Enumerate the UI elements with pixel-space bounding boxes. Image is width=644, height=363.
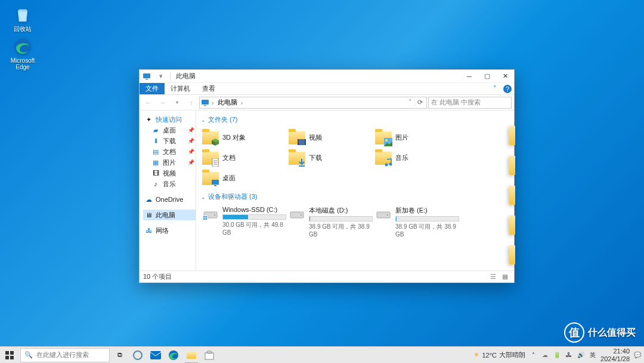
video-icon: 🎞: [151, 169, 160, 177]
maximize-button[interactable]: ▢: [478, 70, 496, 83]
action-center-button[interactable]: 💬: [633, 351, 642, 359]
svg-point-15: [385, 164, 388, 167]
ribbon-tab-file[interactable]: 文件: [140, 83, 165, 94]
this-pc-icon: [201, 99, 209, 107]
battery-icon[interactable]: 🔋: [553, 351, 561, 359]
folder-item[interactable]: 桌面: [201, 168, 287, 187]
clock[interactable]: 21:40 2024/1/28: [600, 347, 630, 362]
nav-documents[interactable]: ▤文档📌: [143, 146, 196, 157]
pin-icon: 📌: [188, 149, 194, 155]
store-app-button[interactable]: [200, 347, 218, 364]
watermark-badge: 值: [564, 322, 584, 343]
nav-desktop[interactable]: ▰桌面📌: [143, 125, 196, 136]
svg-point-29: [387, 214, 388, 216]
chevron-right-icon: ›: [212, 99, 214, 106]
nav-onedrive[interactable]: ☁OneDrive: [143, 194, 196, 205]
file-explorer-app-button[interactable]: [182, 347, 200, 364]
folder-item[interactable]: 3D 对象: [201, 128, 287, 147]
address-bar[interactable]: › 此电脑 › ˅ ⟳: [199, 97, 427, 109]
drive-icon: [289, 206, 305, 223]
drive-item[interactable]: Windows-SSD (C:)30.0 GB 可用，共 49.8 GB: [201, 205, 287, 239]
download-icon: ⬇: [151, 137, 160, 145]
cortana-button[interactable]: [129, 347, 147, 364]
volume-icon[interactable]: 🔊: [577, 351, 585, 359]
ribbon-tab-computer[interactable]: 计算机: [165, 83, 196, 94]
edge-app-button[interactable]: [165, 347, 182, 364]
quick-access-toolbar[interactable]: ▾: [155, 70, 167, 82]
svg-rect-30: [5, 351, 9, 355]
onedrive-tray-icon[interactable]: ☁: [541, 351, 549, 359]
help-button[interactable]: ?: [503, 85, 512, 93]
minimize-button[interactable]: ─: [460, 70, 478, 83]
close-button[interactable]: ✕: [496, 70, 514, 83]
nav-history-button[interactable]: ▾: [171, 96, 184, 109]
group-drives-header[interactable]: ⌄设备和驱动器 (3): [201, 192, 509, 201]
folder-icon: [375, 129, 392, 146]
background-window-peek: [509, 126, 515, 264]
folder-icon: [289, 149, 305, 166]
watermark: 值 什么值得买: [564, 322, 636, 343]
start-button[interactable]: [0, 347, 19, 364]
edge-icon: [13, 37, 32, 56]
folder-label: 图片: [395, 133, 408, 142]
svg-rect-33: [10, 356, 14, 359]
chevron-down-icon[interactable]: ˅: [408, 99, 412, 106]
pin-icon: 📌: [188, 127, 194, 133]
folder-label: 音乐: [395, 153, 408, 162]
nav-up-button[interactable]: ↑: [185, 96, 198, 109]
ribbon-tab-view[interactable]: 查看: [196, 83, 221, 94]
nav-videos[interactable]: 🎞视频: [143, 168, 196, 179]
nav-back-button[interactable]: ←: [142, 96, 155, 109]
svg-rect-18: [214, 185, 216, 186]
svg-rect-31: [10, 351, 14, 355]
desktop-icon-recycle-bin[interactable]: 回收站: [7, 5, 38, 33]
music-icon: ♪: [151, 180, 160, 188]
view-large-icons-button[interactable]: ▦: [500, 272, 510, 282]
task-view-button[interactable]: ⧉: [111, 347, 129, 364]
nav-network[interactable]: 🖧网络: [143, 225, 196, 236]
nav-pictures[interactable]: ▦图片📌: [143, 157, 196, 168]
drive-detail: 38.9 GB 可用，共 38.9 GB: [309, 223, 373, 238]
network-icon: 🖧: [144, 226, 153, 235]
navigation-pane: ✦快速访问 ▰桌面📌 ⬇下载📌 ▤文档📌 ▦图片📌 🎞视频 ♪音乐 ☁OneDr…: [140, 110, 196, 270]
folder-item[interactable]: 视频: [287, 128, 374, 147]
ribbon-expand-button[interactable]: ˅: [489, 83, 501, 94]
folder-item[interactable]: 文档: [201, 148, 287, 167]
refresh-button[interactable]: ⟳: [414, 99, 425, 106]
taskbar-search-input[interactable]: 🔍 在此键入进行搜索: [20, 348, 110, 362]
svg-point-27: [301, 214, 302, 216]
desktop-icon-edge[interactable]: Microsoft Edge: [7, 37, 38, 70]
weather-widget[interactable]: ☀ 12°C 大部晴朗: [473, 350, 525, 359]
drive-item[interactable]: 本地磁盘 (D:)38.9 GB 可用，共 38.9 GB: [287, 205, 374, 239]
tray-overflow-button[interactable]: ˄: [529, 351, 537, 359]
folder-item[interactable]: 音乐: [374, 148, 460, 167]
ime-indicator[interactable]: 英: [589, 351, 597, 359]
folder-icon: [202, 149, 219, 166]
folder-item[interactable]: 图片: [374, 128, 460, 147]
drive-item[interactable]: 新加卷 (E:)38.9 GB 可用，共 38.9 GB: [374, 205, 460, 239]
folder-icon: [202, 129, 219, 146]
nav-this-pc[interactable]: 🖥此电脑: [143, 210, 196, 220]
nav-music[interactable]: ♪音乐: [143, 179, 196, 189]
drive-icon: [375, 206, 392, 223]
content-pane: ⌄文件夹 (7) 3D 对象视频图片文档下载音乐桌面 ⌄设备和驱动器 (3) W…: [196, 110, 514, 270]
breadcrumb-this-pc[interactable]: 此电脑: [216, 98, 239, 107]
caret-down-icon: ⌄: [201, 194, 206, 200]
svg-rect-4: [204, 105, 206, 106]
svg-rect-3: [202, 100, 209, 104]
svg-point-16: [389, 163, 392, 166]
folder-item[interactable]: 下载: [287, 148, 374, 167]
nav-forward-button[interactable]: →: [156, 96, 169, 109]
mail-app-button[interactable]: [147, 347, 165, 364]
group-folders-header[interactable]: ⌄文件夹 (7): [201, 115, 509, 124]
nav-downloads[interactable]: ⬇下载📌: [143, 136, 196, 146]
pc-icon: 🖥: [144, 211, 153, 219]
view-details-button[interactable]: ☰: [488, 272, 499, 282]
svg-rect-2: [145, 79, 148, 80]
nav-quick-access[interactable]: ✦快速访问: [143, 114, 196, 125]
search-input[interactable]: 在 此电脑 中搜索: [428, 97, 512, 109]
network-icon[interactable]: 🖧: [565, 351, 573, 359]
desktop-icon: ▰: [151, 126, 160, 134]
svg-rect-23: [206, 216, 208, 218]
svg-point-34: [134, 351, 142, 359]
